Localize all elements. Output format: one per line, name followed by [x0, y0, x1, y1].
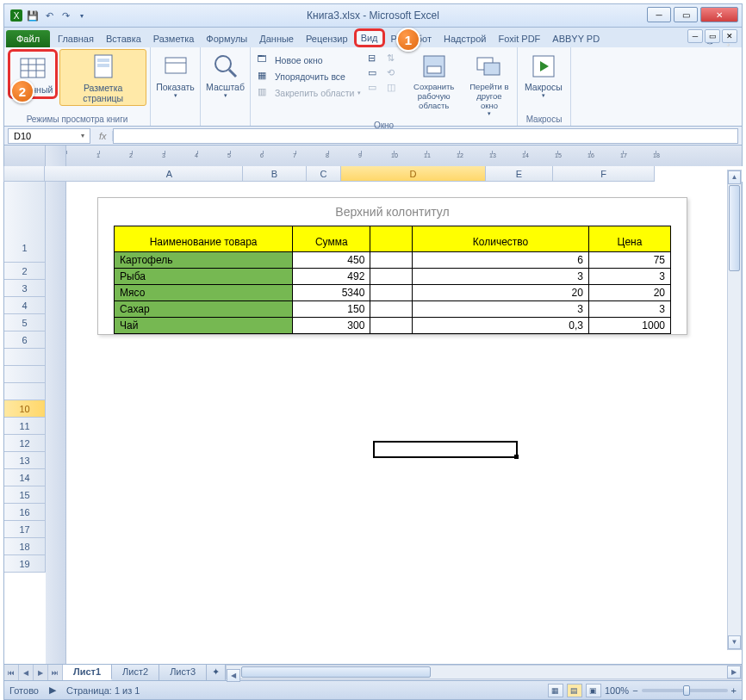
- col-F[interactable]: F: [553, 166, 655, 182]
- row-hdr-blank[interactable]: [4, 383, 46, 400]
- save-workspace-button[interactable]: Сохранить рабочую область: [404, 49, 463, 112]
- cell[interactable]: 3: [588, 301, 670, 318]
- cell[interactable]: 3: [413, 269, 589, 285]
- sheet-tab-2[interactable]: Лист2: [112, 665, 159, 680]
- cell[interactable]: 150: [293, 301, 370, 318]
- scroll-down-icon[interactable]: ▼: [728, 635, 741, 649]
- row-hdr-blank[interactable]: [4, 366, 46, 383]
- tab-formulas[interactable]: Формулы: [200, 30, 253, 47]
- qat-dropdown-icon[interactable]: ▾: [75, 9, 89, 22]
- cell[interactable]: 3: [588, 269, 670, 285]
- select-all-corner[interactable]: [3, 166, 45, 182]
- file-tab[interactable]: Файл: [6, 30, 50, 47]
- sheet-tab-1[interactable]: Лист1: [63, 665, 112, 680]
- scroll-left-icon[interactable]: ◀: [227, 669, 240, 682]
- row-hdr-11[interactable]: 11: [4, 418, 46, 435]
- arrange-all-button[interactable]: ▦ Упорядочить все: [254, 69, 364, 84]
- horizontal-scrollbar[interactable]: ◀ ▶: [226, 665, 742, 679]
- cell[interactable]: 20: [413, 285, 589, 301]
- tab-foxit[interactable]: Foxit PDF: [492, 30, 546, 47]
- cell[interactable]: [370, 301, 413, 318]
- row-hdr-16[interactable]: 16: [4, 504, 46, 521]
- cell[interactable]: 75: [588, 252, 670, 269]
- col-D[interactable]: D: [341, 166, 486, 182]
- cell[interactable]: 492: [293, 269, 370, 285]
- doc-restore-button[interactable]: ▭: [705, 29, 720, 43]
- col-E[interactable]: E: [486, 166, 553, 182]
- scroll-right-icon[interactable]: ▶: [727, 666, 741, 678]
- cell[interactable]: 300: [293, 318, 370, 334]
- macros-button[interactable]: Макросы ▾: [521, 49, 566, 101]
- page-header[interactable]: Верхний колонтитул: [98, 198, 687, 226]
- cell[interactable]: Картофель: [115, 252, 293, 269]
- row-hdr-19[interactable]: 19: [4, 555, 46, 573]
- doc-close-button[interactable]: ✕: [722, 29, 737, 43]
- save-icon[interactable]: 💾: [26, 9, 40, 22]
- tab-nav-prev[interactable]: ◀: [19, 665, 34, 680]
- scroll-thumb[interactable]: [729, 185, 740, 271]
- row-hdr-5[interactable]: 5: [4, 314, 46, 331]
- vertical-scrollbar[interactable]: ▲ ▼: [727, 170, 742, 650]
- cell[interactable]: Сахар: [115, 301, 293, 318]
- cell[interactable]: 20: [588, 285, 670, 301]
- tab-nav-last[interactable]: ⏭: [48, 665, 63, 680]
- table-header-1[interactable]: Сумма: [293, 226, 370, 252]
- tab-home[interactable]: Главная: [52, 30, 100, 47]
- new-sheet-button[interactable]: ✦: [207, 665, 226, 680]
- row-hdr-18[interactable]: 18: [4, 538, 46, 555]
- table-header-4[interactable]: Цена: [588, 226, 670, 252]
- doc-minimize-button[interactable]: ─: [687, 29, 703, 43]
- row-hdr-17[interactable]: 17: [4, 521, 46, 538]
- split-icon[interactable]: ⊟: [368, 53, 382, 66]
- page-break-view-icon[interactable]: ▣: [586, 684, 601, 697]
- row-hdr-1[interactable]: 1: [4, 233, 46, 263]
- cell[interactable]: 6: [413, 252, 589, 269]
- tab-nav-next[interactable]: ▶: [34, 665, 48, 680]
- new-window-button[interactable]: 🗔 Новое окно: [254, 53, 364, 68]
- minimize-button[interactable]: ─: [647, 7, 671, 22]
- tab-insert[interactable]: Вставка: [100, 30, 147, 47]
- normal-view-icon[interactable]: ▦: [548, 684, 563, 697]
- page-layout-button[interactable]: Разметка страницы: [59, 49, 146, 106]
- redo-icon[interactable]: ↷: [59, 9, 72, 22]
- cell[interactable]: 450: [293, 252, 370, 269]
- freeze-panes-button[interactable]: ▥ Закрепить области ▾: [254, 85, 364, 101]
- undo-icon[interactable]: ↶: [42, 9, 56, 22]
- zoom-in-button[interactable]: +: [731, 685, 737, 696]
- tab-pagelayout[interactable]: Разметка: [147, 30, 201, 47]
- cell[interactable]: 5340: [293, 285, 370, 301]
- row-hdr-10[interactable]: 10: [4, 400, 46, 418]
- close-button[interactable]: ✕: [700, 7, 738, 22]
- macro-record-icon[interactable]: ▶: [49, 685, 56, 696]
- table-header-3[interactable]: Количество: [413, 226, 589, 252]
- maximize-button[interactable]: ▭: [674, 7, 698, 22]
- scroll-up-icon[interactable]: ▲: [728, 170, 741, 184]
- zoom-slider[interactable]: [642, 689, 728, 692]
- sync-scroll-icon[interactable]: ⇅: [387, 53, 401, 66]
- name-box[interactable]: D10 ▾: [8, 128, 90, 144]
- reset-pos-icon[interactable]: ⟲: [387, 67, 401, 81]
- tab-data[interactable]: Данные: [253, 30, 300, 47]
- table-header-0[interactable]: Наименование товара: [115, 226, 293, 252]
- hscroll-thumb[interactable]: [241, 666, 431, 678]
- cell[interactable]: [370, 269, 413, 285]
- tab-nav-first[interactable]: ⏮: [4, 665, 19, 680]
- hide-icon[interactable]: ▭: [368, 67, 382, 81]
- row-hdr-6[interactable]: 6: [4, 331, 46, 349]
- zoom-button[interactable]: Масштаб ▾: [204, 49, 246, 101]
- fx-icon[interactable]: fx: [99, 131, 107, 141]
- row-hdr-13[interactable]: 13: [4, 452, 46, 469]
- dropdown-icon[interactable]: ▾: [81, 132, 84, 139]
- row-hdr-12[interactable]: 12: [4, 435, 46, 452]
- cell[interactable]: 1000: [588, 318, 670, 334]
- switch-window-button[interactable]: Перейти в другое окно ▾: [465, 49, 513, 119]
- tab-review[interactable]: Рецензир: [300, 30, 354, 47]
- formula-bar[interactable]: [113, 128, 738, 144]
- zoom-out-button[interactable]: −: [632, 685, 637, 696]
- cell[interactable]: 0,3: [413, 318, 589, 334]
- cell[interactable]: 3: [413, 301, 589, 318]
- cell[interactable]: [370, 252, 413, 269]
- cell[interactable]: Чай: [115, 318, 293, 334]
- page-layout-view-icon[interactable]: ▤: [567, 684, 582, 697]
- cell[interactable]: [370, 318, 413, 334]
